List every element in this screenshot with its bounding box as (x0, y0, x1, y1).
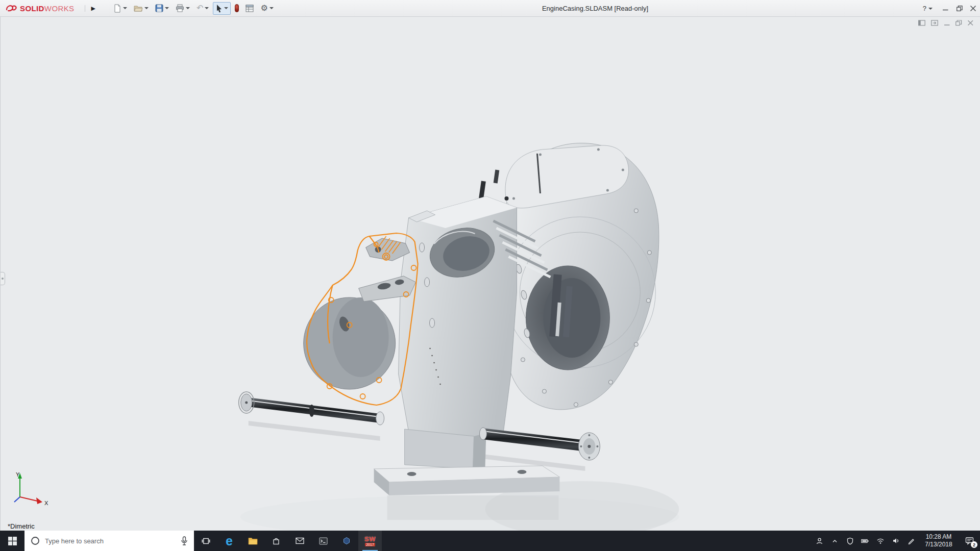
pen-icon (908, 537, 915, 545)
dropdown-arrow-icon[interactable] (205, 7, 209, 9)
defender-button[interactable] (842, 531, 857, 551)
people-button[interactable] (812, 531, 827, 551)
document-window-controls (918, 20, 974, 26)
notification-count-badge: 2 (971, 541, 977, 548)
close-button[interactable] (966, 0, 980, 17)
edge-icon: e (226, 535, 233, 547)
action-center-button[interactable]: 2 (959, 531, 980, 551)
print-button[interactable] (173, 2, 192, 14)
cortana-icon (31, 536, 40, 545)
close-icon (970, 6, 976, 11)
store-button[interactable] (264, 531, 288, 551)
z-axis-line (14, 497, 20, 502)
dropdown-arrow-icon[interactable] (270, 7, 274, 9)
battery-icon (861, 537, 869, 545)
sw-badge-year: 2017 (365, 543, 375, 546)
shield-icon (846, 537, 854, 545)
document-title: EngineCasing.SLDASM [Read-only] (542, 5, 648, 12)
help-icon: ? (923, 5, 926, 12)
save-floppy-icon (155, 4, 163, 12)
minimize-icon (943, 6, 948, 11)
task-view-icon (202, 537, 210, 545)
file-explorer-icon (248, 537, 258, 545)
speaker-icon (892, 537, 900, 544)
solidworks-app-button[interactable]: SW 2017 (358, 531, 382, 551)
select-cursor-icon (215, 4, 223, 13)
restore-button[interactable] (952, 0, 966, 17)
store-bag-icon (272, 537, 280, 545)
document-minimize-icon[interactable] (944, 20, 950, 26)
featuremanager-collapsed-tab[interactable] (1, 272, 5, 285)
logo-text: SOLIDWORKS (20, 4, 75, 13)
x-axis-label: X (44, 500, 48, 506)
edrawings-button[interactable] (335, 531, 358, 551)
logo-text-light: WORKS (44, 4, 75, 13)
model-canvas[interactable] (1, 17, 980, 531)
people-icon (816, 537, 823, 545)
solidworks-window: SOLIDWORKS ▶ (0, 0, 980, 551)
console-button[interactable] (311, 531, 335, 551)
rebuild-icon (235, 4, 239, 12)
open-button[interactable] (131, 3, 151, 14)
menu-expand-arrow[interactable]: ▶ (85, 5, 95, 12)
dropdown-arrow-icon[interactable] (224, 7, 228, 9)
ds-logo-icon (5, 3, 17, 13)
solidworks-logo: SOLIDWORKS (0, 3, 79, 13)
dock-pane-icon[interactable] (918, 20, 926, 26)
minimize-button[interactable] (939, 0, 952, 17)
solidworks-app-icon: SW 2017 (364, 536, 376, 546)
left-shaft[interactable] (239, 392, 384, 425)
windows-logo-icon (8, 537, 17, 545)
taskbar-clock[interactable]: 10:28 AM 7/13/2018 (919, 531, 959, 551)
task-view-button[interactable] (194, 531, 217, 551)
crankcase-housing[interactable] (502, 143, 659, 410)
options-button[interactable]: ⚙ (258, 2, 276, 14)
quick-access-toolbar: ↶ ⚙ (111, 2, 276, 15)
undo-icon: ↶ (197, 4, 203, 12)
document-close-icon[interactable] (967, 20, 974, 26)
save-button[interactable] (153, 2, 172, 14)
dropdown-arrow-icon[interactable] (928, 8, 933, 10)
network-button[interactable] (873, 531, 888, 551)
graphics-area[interactable]: Y X *Dimetric (0, 17, 980, 531)
console-icon (319, 537, 328, 545)
file-properties-icon (246, 5, 254, 12)
mail-button[interactable] (288, 531, 311, 551)
search-input[interactable] (45, 537, 176, 545)
start-button[interactable] (0, 531, 24, 551)
chevron-up-icon (831, 538, 838, 544)
volume-button[interactable] (888, 531, 903, 551)
edge-button[interactable]: e (217, 531, 241, 551)
dropdown-arrow-icon[interactable] (186, 7, 190, 9)
settings-gear-icon: ⚙ (260, 4, 267, 12)
dropdown-arrow-icon[interactable] (144, 7, 149, 9)
open-folder-icon (134, 5, 143, 12)
file-explorer-button[interactable] (241, 531, 264, 551)
wifi-icon (876, 537, 885, 544)
right-shaft[interactable] (480, 428, 600, 460)
help-button[interactable]: ? (917, 0, 939, 17)
rebuild-button[interactable] (232, 2, 241, 14)
taskbar-search[interactable] (24, 531, 194, 551)
system-tray: 10:28 AM 7/13/2018 2 (812, 531, 980, 551)
document-restore-icon[interactable] (955, 20, 962, 26)
taskbar: e (0, 531, 980, 551)
select-tool-button[interactable] (213, 2, 231, 15)
print-icon (176, 4, 184, 12)
mail-envelope-icon (296, 537, 304, 544)
file-properties-button[interactable] (243, 3, 256, 14)
battery-button[interactable] (857, 531, 873, 551)
top-screws[interactable] (479, 170, 508, 202)
dropdown-arrow-icon[interactable] (165, 7, 169, 9)
dropdown-arrow-icon[interactable] (123, 7, 127, 9)
microphone-icon[interactable] (181, 536, 188, 545)
new-document-icon (113, 4, 121, 13)
undo-button[interactable]: ↶ (194, 2, 211, 14)
titlebar: SOLIDWORKS ▶ (0, 0, 980, 17)
new-document-button[interactable] (111, 2, 130, 15)
windows-ink-button[interactable] (903, 531, 919, 551)
orientation-triad: Y X (11, 471, 58, 508)
float-pane-icon[interactable] (931, 20, 939, 26)
restore-icon (957, 6, 963, 11)
show-hidden-icons-button[interactable] (827, 531, 842, 551)
